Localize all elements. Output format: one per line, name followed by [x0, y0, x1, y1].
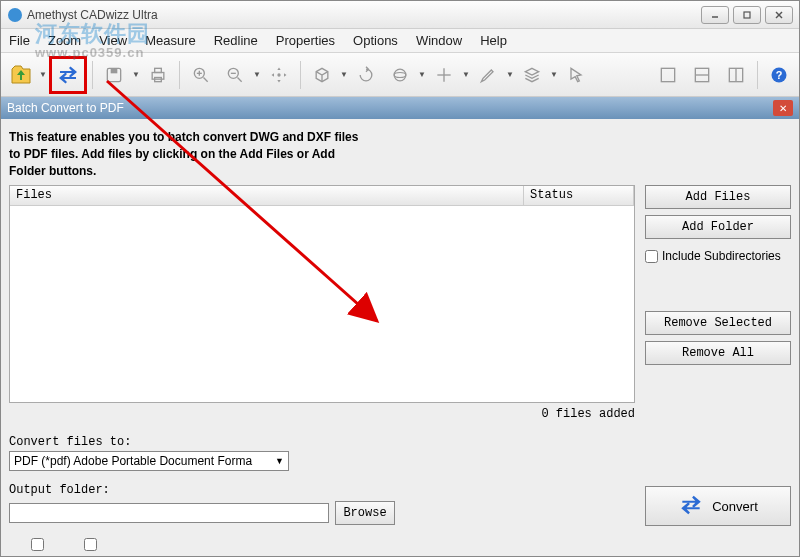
browse-button[interactable]: Browse: [335, 501, 395, 525]
chevron-down-icon: ▼: [275, 456, 284, 466]
bottom-option-1[interactable]: [31, 538, 44, 554]
svg-point-17: [277, 73, 280, 76]
menu-properties[interactable]: Properties: [276, 33, 335, 48]
measure-dropdown[interactable]: ▼: [462, 70, 470, 79]
window-titlebar: Amethyst CADwizz Ultra: [1, 1, 799, 29]
separator: [757, 61, 758, 89]
maximize-button[interactable]: [733, 6, 761, 24]
separator: [92, 61, 93, 89]
menu-measure[interactable]: Measure: [145, 33, 196, 48]
col-status[interactable]: Status: [524, 186, 634, 205]
print-button[interactable]: [142, 59, 174, 91]
svg-rect-8: [155, 68, 162, 72]
convert-format-select[interactable]: PDF (*pdf) Adobe Portable Document Forma…: [9, 451, 289, 471]
zoom-dropdown[interactable]: ▼: [253, 70, 261, 79]
layers-dropdown[interactable]: ▼: [550, 70, 558, 79]
save-button[interactable]: [98, 59, 130, 91]
output-folder-input[interactable]: [9, 503, 329, 523]
list-header: Files Status: [10, 186, 634, 206]
menubar: File Zoom View Measure Redline Propertie…: [1, 29, 799, 53]
svg-rect-6: [111, 68, 118, 73]
app-icon: [7, 7, 23, 23]
remove-selected-button[interactable]: Remove Selected: [645, 311, 791, 335]
window-tile2-button[interactable]: [686, 59, 718, 91]
panel-description: This feature enables you to batch conver…: [9, 129, 791, 179]
menu-redline[interactable]: Redline: [214, 33, 258, 48]
convert-icon: [678, 492, 704, 521]
bottom-option-2[interactable]: [84, 538, 97, 554]
include-subdirs-checkbox[interactable]: [645, 250, 658, 263]
window-tile1-button[interactable]: [652, 59, 684, 91]
menu-view[interactable]: View: [99, 33, 127, 48]
separator: [179, 61, 180, 89]
highlighted-convert-tool: [49, 56, 87, 94]
svg-rect-22: [661, 68, 674, 81]
orbit-button[interactable]: [384, 59, 416, 91]
window-tile3-button[interactable]: [720, 59, 752, 91]
convert-to-label: Convert files to:: [9, 435, 791, 449]
zoom-in-button[interactable]: [185, 59, 217, 91]
desc-line1: This feature enables you to batch conver…: [9, 129, 791, 146]
pan-button[interactable]: [263, 59, 295, 91]
convert-button[interactable]: Convert: [645, 486, 791, 526]
panel-titlebar: Batch Convert to PDF ✕: [1, 97, 799, 119]
svg-line-15: [238, 77, 242, 81]
menu-options[interactable]: Options: [353, 33, 398, 48]
files-list[interactable]: Files Status: [9, 185, 635, 403]
svg-rect-2: [744, 12, 750, 18]
save-dropdown[interactable]: ▼: [132, 70, 140, 79]
col-files[interactable]: Files: [10, 186, 524, 205]
minimize-button[interactable]: [701, 6, 729, 24]
separator: [300, 61, 301, 89]
rotate-button[interactable]: [350, 59, 382, 91]
help-button[interactable]: ?: [763, 59, 795, 91]
desc-line2: to PDF files. Add files by clicking on t…: [9, 146, 791, 163]
svg-point-0: [8, 8, 22, 22]
select-button[interactable]: [560, 59, 592, 91]
menu-zoom[interactable]: Zoom: [48, 33, 81, 48]
add-files-button[interactable]: Add Files: [645, 185, 791, 209]
panel-close-button[interactable]: ✕: [773, 100, 793, 116]
orbit-dropdown[interactable]: ▼: [418, 70, 426, 79]
include-subdirs-row[interactable]: Include Subdirectories: [645, 249, 791, 263]
svg-point-18: [394, 69, 406, 81]
svg-line-11: [204, 77, 208, 81]
toolbar: ▼ ▼ ▼ ▼ ▼ ▼ ▼ ▼ ?: [1, 53, 799, 97]
svg-text:?: ?: [776, 69, 783, 81]
include-subdirs-label: Include Subdirectories: [662, 249, 781, 263]
svg-point-19: [394, 72, 406, 77]
layers-button[interactable]: [516, 59, 548, 91]
open-file-button[interactable]: [5, 59, 37, 91]
add-folder-button[interactable]: Add Folder: [645, 215, 791, 239]
measure-button[interactable]: [428, 59, 460, 91]
menu-file[interactable]: File: [9, 33, 30, 48]
markup-button[interactable]: [472, 59, 504, 91]
menu-window[interactable]: Window: [416, 33, 462, 48]
menu-help[interactable]: Help: [480, 33, 507, 48]
convert-label: Convert: [712, 499, 758, 514]
batch-convert-button[interactable]: [52, 59, 84, 91]
panel-title-text: Batch Convert to PDF: [7, 101, 124, 115]
window-title: Amethyst CADwizz Ultra: [27, 8, 701, 22]
close-button[interactable]: [765, 6, 793, 24]
markup-dropdown[interactable]: ▼: [506, 70, 514, 79]
desc-line3: Folder buttons.: [9, 163, 791, 180]
view3d-button[interactable]: [306, 59, 338, 91]
files-count: 0 files added: [9, 403, 791, 429]
view3d-dropdown[interactable]: ▼: [340, 70, 348, 79]
bottom-options: [31, 538, 97, 554]
open-dropdown[interactable]: ▼: [39, 70, 47, 79]
batch-convert-panel: Batch Convert to PDF ✕ This feature enab…: [1, 97, 799, 556]
remove-all-button[interactable]: Remove All: [645, 341, 791, 365]
convert-format-value: PDF (*pdf) Adobe Portable Document Forma: [14, 454, 252, 468]
zoom-out-button[interactable]: [219, 59, 251, 91]
